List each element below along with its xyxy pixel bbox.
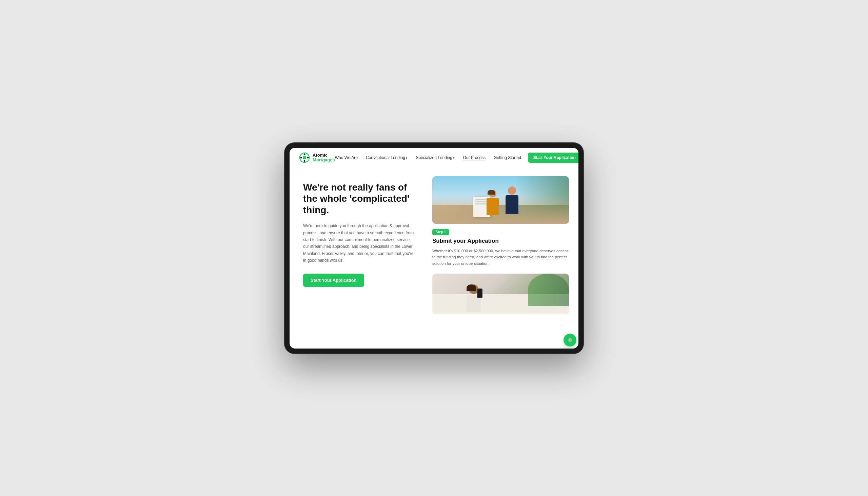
card-step-2 (432, 274, 569, 314)
device-frame: Atomic Mortgages Who We Are Conventional… (285, 143, 583, 353)
hero-body-text: We're here to guide you through the appl… (303, 222, 416, 264)
svg-point-7 (569, 339, 571, 341)
step-badge: Step 1 (432, 229, 449, 235)
logo-brand-name: Atomic (313, 153, 335, 158)
logo-area: Atomic Mortgages (299, 152, 335, 163)
nav-link-our-process[interactable]: Our Process (463, 155, 485, 160)
logo-text: Atomic Mortgages (313, 153, 335, 163)
nav-link-conventional-lending[interactable]: Conventional Lending (366, 155, 408, 160)
svg-point-9 (570, 341, 571, 342)
couple-image (432, 176, 569, 224)
hero-headline: We're not really fans of the whole 'comp… (303, 182, 416, 216)
chat-icon (567, 337, 573, 343)
svg-point-5 (307, 157, 309, 159)
nav-links: Who We Are Conventional Lending Speciali… (335, 155, 521, 160)
logo-brand-tagline: Mortgages (313, 158, 335, 162)
right-column: Step 1 Submit your Application Whether i… (428, 168, 578, 348)
nav-link-who-we-are[interactable]: Who We Are (335, 155, 358, 160)
card-2-image (432, 274, 569, 314)
svg-point-8 (570, 338, 571, 339)
card-1-image (432, 176, 569, 224)
svg-point-10 (568, 339, 569, 340)
card-1-title: Submit your Application (432, 238, 569, 245)
svg-point-3 (304, 160, 306, 162)
nav-link-getting-started[interactable]: Getting Started (494, 155, 521, 160)
device-screen: Atomic Mortgages Who We Are Conventional… (290, 148, 578, 348)
card-1-body: Whether it's $10,000 or $2,500,000, we b… (432, 248, 569, 267)
nav-link-specialized-lending[interactable]: Specialized Lending (416, 155, 455, 160)
left-column: We're not really fans of the whole 'comp… (290, 168, 428, 348)
svg-point-4 (300, 157, 302, 159)
svg-point-1 (303, 156, 306, 159)
hero-cta-button[interactable]: Start Your Application (303, 274, 364, 287)
navbar: Atomic Mortgages Who We Are Conventional… (290, 148, 578, 168)
chat-button[interactable] (563, 334, 576, 346)
card-step-1: Step 1 Submit your Application Whether i… (432, 176, 569, 267)
svg-point-2 (304, 154, 306, 155)
nav-cta-button[interactable]: Start Your Application (528, 153, 578, 163)
svg-point-11 (571, 339, 572, 340)
main-content: We're not really fans of the whole 'comp… (290, 168, 578, 348)
logo-icon (299, 152, 310, 163)
